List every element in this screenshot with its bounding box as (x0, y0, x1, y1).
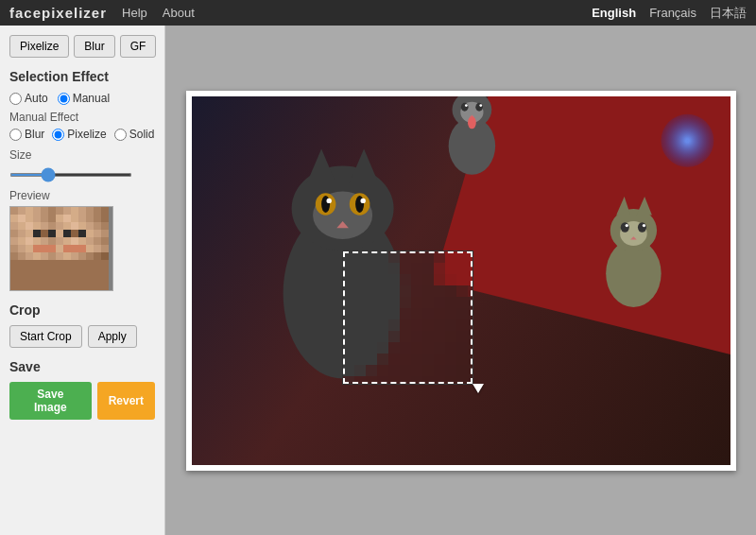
selection-effect-title: Selection Effect (9, 69, 155, 84)
top-navbar: facepixelizer Help About English Françai… (0, 0, 756, 26)
pixelize-effect-text: Pixelize (67, 128, 106, 141)
solid-effect-radio[interactable] (114, 129, 127, 141)
lang-japanese[interactable]: 日本語 (710, 5, 747, 22)
manual-label: Manual (73, 92, 110, 105)
start-crop-button[interactable]: Start Crop (9, 325, 82, 348)
image-container (186, 91, 736, 471)
nav-left: facepixelizer Help About (9, 5, 195, 21)
preview-label: Preview (9, 189, 155, 202)
revert-button[interactable]: Revert (97, 382, 155, 420)
size-label: Size (9, 148, 155, 162)
preview-section: Preview (9, 189, 155, 291)
blur-effect-text: Blur (25, 128, 44, 141)
effect-buttons-group: Pixelize Blur GF (9, 35, 155, 58)
mode-radio-group: Auto Manual (9, 92, 155, 105)
save-buttons-group: Save Image Revert (9, 382, 155, 420)
nav-right: English Français 日本語 (592, 5, 747, 22)
preview-canvas (10, 207, 113, 291)
main-layout: Pixelize Blur GF Selection Effect Auto M… (0, 26, 756, 535)
pixelize-effect-radio[interactable] (52, 129, 64, 141)
size-slider[interactable] (9, 173, 132, 177)
solid-effect-text: Solid (129, 128, 155, 141)
lang-english[interactable]: English (592, 6, 636, 20)
auto-radio[interactable] (9, 93, 22, 105)
sidebar: Pixelize Blur GF Selection Effect Auto M… (0, 26, 165, 535)
manual-effect-group: Manual Effect Blur Pixelize Solid (9, 111, 155, 141)
blur-effect-label[interactable]: Blur (9, 128, 44, 141)
canvas-area (165, 26, 756, 535)
apply-button[interactable]: Apply (88, 325, 137, 348)
save-section: Save Save Image Revert (9, 359, 155, 420)
blur-button[interactable]: Blur (74, 35, 114, 58)
preview-box (9, 206, 113, 291)
save-image-button[interactable]: Save Image (9, 382, 92, 420)
gf-button[interactable]: GF (120, 35, 157, 58)
manual-radio-label[interactable]: Manual (58, 92, 110, 105)
pixelize-effect-label[interactable]: Pixelize (52, 128, 106, 141)
nav-about[interactable]: About (163, 6, 195, 20)
manual-effect-radios: Blur Pixelize Solid (9, 128, 155, 141)
save-title: Save (9, 359, 155, 374)
crop-buttons-group: Start Crop Apply (9, 325, 155, 348)
pixelize-button[interactable]: Pixelize (9, 35, 69, 58)
auto-radio-label[interactable]: Auto (9, 92, 48, 105)
crop-title: Crop (9, 302, 155, 318)
manual-effect-label: Manual Effect (9, 111, 155, 124)
auto-label: Auto (25, 92, 48, 105)
blur-effect-radio[interactable] (9, 129, 22, 141)
solid-effect-label[interactable]: Solid (114, 128, 155, 141)
app-logo: facepixelizer (9, 5, 107, 21)
lang-french[interactable]: Français (649, 6, 696, 20)
crop-section: Crop Start Crop Apply (9, 302, 155, 348)
main-image-canvas[interactable] (192, 96, 730, 465)
size-section: Size (9, 148, 155, 180)
nav-help[interactable]: Help (122, 6, 147, 20)
manual-radio[interactable] (58, 93, 70, 105)
